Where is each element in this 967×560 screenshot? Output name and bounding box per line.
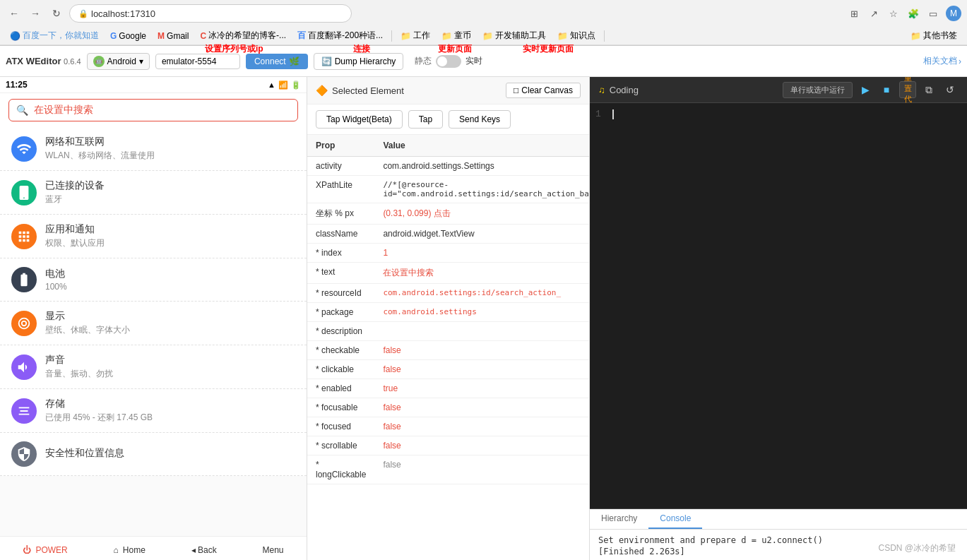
profile-icon[interactable]: M [946, 6, 961, 21]
platform-select[interactable]: 🤖 Android ▾ [87, 53, 150, 70]
address-bar[interactable]: 🔒 localhost:17310 [69, 4, 352, 23]
settings-items: 网络和互联网 WLAN、移动网络、流量使用 已连接的设备 蓝牙 [0, 127, 307, 476]
bookmarks-bar: 🔵 百度一下，你就知道 G Google M Gmail C 冰冷的希望的博客-… [0, 27, 967, 45]
forward-button[interactable]: → [27, 5, 44, 22]
search-bar[interactable]: 🔍 在设置中搜索 [8, 99, 298, 121]
sound-text: 声音 音量、振动、勿扰 [45, 354, 295, 380]
coding-tools: 单行或选中运行 ▶ ■ 🗑 重置代码 ⧉ ↺ [783, 81, 959, 98]
properties-table: Prop Value activity com.android.settings… [307, 135, 589, 484]
prop-name: 坐标 % px [307, 203, 374, 225]
realtime-toggle[interactable] [436, 55, 461, 68]
prop-value: true [374, 379, 589, 398]
prop-value: android.widget.TextView [374, 225, 589, 244]
bookmark-baidu[interactable]: 🔵 百度一下，你就知道 [6, 28, 103, 43]
table-row: * description [307, 322, 589, 341]
prop-value: false [374, 436, 589, 455]
tab-bar: Hierarchy Console [590, 509, 967, 530]
bookmark-translate[interactable]: 百 百度翻译-200种语... [293, 28, 387, 43]
prop-value: com.android.settings:id/search_action_ [374, 284, 589, 303]
back-button[interactable]: ← [6, 5, 23, 22]
list-item[interactable]: 存储 已使用 45% - 还剩 17.45 GB [0, 389, 307, 433]
list-item[interactable]: 电池 100% [0, 258, 307, 302]
reload-button[interactable]: ↻ [48, 5, 65, 22]
prop-name: className [307, 225, 374, 244]
serial-input[interactable] [155, 54, 240, 69]
home-label: Home [123, 545, 146, 555]
menu-label: Menu [263, 545, 284, 555]
table-row: * checkable false [307, 341, 589, 360]
refresh-code-button[interactable]: ↺ [942, 81, 959, 98]
bookmark-devtools[interactable]: 📁 开发辅助工具 [478, 28, 550, 43]
puzzle-icon[interactable]: 🧩 [906, 6, 920, 20]
coding-header: ♫ Coding 单行或选中运行 ▶ ■ 🗑 重置代码 ⧉ ↺ [590, 77, 967, 103]
tap-button[interactable]: Tap [408, 110, 443, 129]
list-item[interactable]: 声音 音量、振动、勿扰 [0, 345, 307, 389]
element-title: 🔶 Selected Element [316, 85, 404, 96]
tab-hierarchy[interactable]: Hierarchy [590, 509, 648, 529]
power-button[interactable]: ⏻ POWER [11, 542, 78, 558]
list-item[interactable]: 安全性和位置信息 [0, 433, 307, 476]
prop-value: 在设置中搜索 [374, 263, 589, 284]
coding-title: ♫ Coding [598, 85, 639, 95]
value-col-header: Value [374, 135, 589, 157]
prop-name: * scrollable [307, 436, 374, 455]
table-row: * clickable false [307, 360, 589, 379]
bookmark-work[interactable]: 📁 工作 [396, 28, 434, 43]
separator2 [604, 30, 605, 42]
list-item[interactable]: 显示 壁纸、休眠、字体大小 [0, 302, 307, 345]
share-icon[interactable]: ↗ [867, 6, 881, 20]
home-button[interactable]: ⌂ Home [102, 542, 157, 558]
table-row: * resourceId com.android.settings:id/sea… [307, 284, 589, 303]
bookmark-icon[interactable]: ☆ [886, 6, 901, 20]
bookmark-blog[interactable]: C 冰冷的希望的博客-... [196, 28, 290, 43]
connect-label: Connect [254, 56, 286, 66]
reset-code-button[interactable]: 🗑 重置代码 [899, 81, 916, 98]
list-item[interactable]: 应用和通知 权限、默认应用 [0, 215, 307, 258]
static-label: 静态 [415, 55, 432, 67]
device-panel: 11:25 ▲ 📶 🔋 🔍 在设置中搜索 网络和互联网 [0, 77, 307, 560]
prop-value: //*[@resource-id="com.android.settings:i… [374, 176, 589, 203]
bookmark-google[interactable]: G Google [106, 30, 150, 42]
menu-button[interactable]: Menu [251, 542, 295, 558]
browser-nav: ← → ↻ 🔒 localhost:17310 ⊞ ↗ ☆ 🧩 ▭ M [0, 0, 967, 27]
devices-text: 已连接的设备 蓝牙 [45, 179, 295, 205]
doc-link[interactable]: 相关文档 › [923, 55, 961, 67]
network-icon [11, 136, 37, 162]
console-line: [Finished 2.263s] [598, 547, 959, 556]
play-button[interactable]: ▶ [857, 81, 874, 98]
table-row: className android.widget.TextView [307, 225, 589, 244]
extension-icon[interactable]: ⊞ [847, 6, 861, 20]
list-item[interactable]: 已连接的设备 蓝牙 [0, 171, 307, 215]
run-single-button[interactable]: 单行或选中运行 [783, 82, 853, 98]
prop-name: XPathLite [307, 176, 374, 203]
bookmark-knowledge[interactable]: 📁 知识点 [553, 28, 600, 43]
table-row: 坐标 % px (0.31, 0.099) 点击 [307, 203, 589, 225]
devices-icon [11, 180, 37, 205]
table-row: * enabled true [307, 379, 589, 398]
bookmark-coin[interactable]: 📁 童币 [437, 28, 475, 43]
prop-name: * focusable [307, 398, 374, 417]
clear-canvas-button[interactable]: □ Clear Canvas [506, 83, 581, 98]
send-keys-button[interactable]: Send Keys [449, 110, 511, 129]
copy-button[interactable]: ⧉ [920, 81, 937, 98]
prop-value: false [374, 341, 589, 360]
prop-value [374, 322, 589, 341]
signal-icon: ▲ [268, 81, 275, 90]
atx-version: 0.6.4 [64, 57, 81, 66]
code-editor[interactable]: 1 [590, 103, 967, 508]
back-nav-button[interactable]: ◂ Back [180, 542, 228, 558]
network-text: 网络和互联网 WLAN、移动网络、流量使用 [45, 136, 295, 162]
console-content: Set environment and prepare d = u2.conne… [590, 530, 967, 560]
dump-hierarchy-button[interactable]: 🔄 Dump Hierarchy [314, 53, 404, 70]
stop-button[interactable]: ■ [878, 81, 895, 98]
tap-widget-button[interactable]: Tap Widget(Beta) [316, 110, 403, 129]
window-icon[interactable]: ▭ [926, 6, 940, 20]
list-item[interactable]: 网络和互联网 WLAN、移动网络、流量使用 [0, 127, 307, 171]
line-number-1: 1 [595, 109, 601, 119]
bookmark-gmail[interactable]: M Gmail [153, 30, 193, 42]
code-line-1: 1 [595, 109, 961, 119]
connect-button[interactable]: Connect 🌿 [246, 54, 308, 69]
tab-console[interactable]: Console [648, 509, 702, 529]
device-status-bar: 11:25 ▲ 📶 🔋 [0, 77, 307, 93]
bookmark-other[interactable]: 📁 其他书签 [906, 28, 961, 43]
